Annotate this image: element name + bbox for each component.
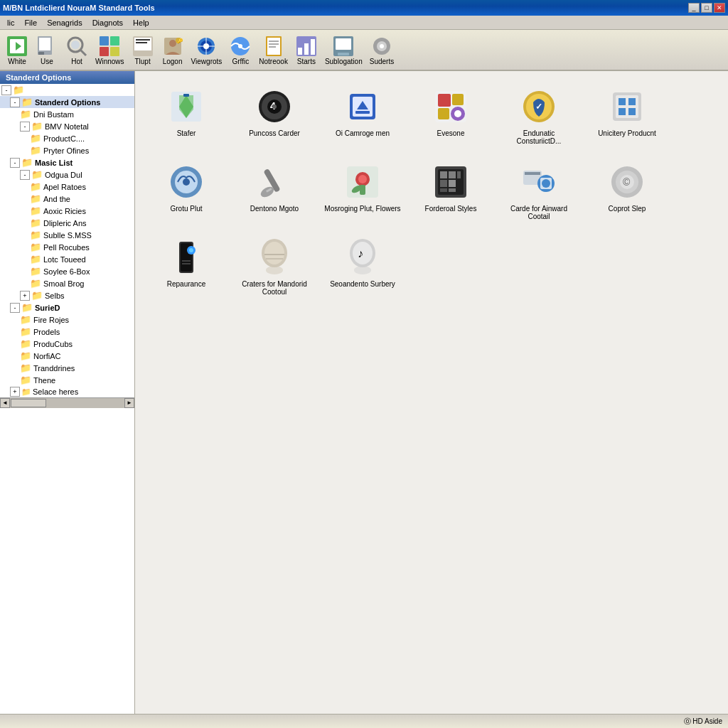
scroll-left-arrow[interactable]: ◄ <box>0 398 10 408</box>
tree-root[interactable]: - 📁 <box>0 84 134 96</box>
menu-diagnots[interactable]: Diagnots <box>88 17 127 28</box>
tree-apelratoes[interactable]: 📁 Apel Ratoes <box>0 181 134 193</box>
svg-rect-86 <box>457 171 461 178</box>
tree-tranddrines[interactable]: 📁 Tranddrines <box>0 362 134 374</box>
toolbar-grffic[interactable]: Grffic <box>226 33 255 67</box>
menu-file[interactable]: File <box>20 17 41 28</box>
tree-selbs[interactable]: + 📁 Selbs <box>0 289 134 301</box>
folder-special-icon: 📁 <box>21 387 31 397</box>
grotu-label: Grotu Plut <box>170 205 202 213</box>
icon-grotu[interactable]: Grotu Plut <box>144 155 229 228</box>
icon-stafer[interactable]: Stafer <box>144 80 229 152</box>
toolbar-input[interactable]: Tlupt <box>129 33 157 67</box>
tree-norfiac[interactable]: 📁 NorfiAC <box>0 350 134 362</box>
maximize-button[interactable]: □ <box>701 3 712 13</box>
tree-firerojes[interactable]: 📁 Fire Rojes <box>0 314 134 326</box>
folder-icon-dlipleric: 📁 <box>30 218 41 228</box>
svg-rect-67 <box>619 98 626 105</box>
toolbar-starts[interactable]: Starts <box>292 33 321 67</box>
tree-aoxic[interactable]: 📁 Aoxic Ricies <box>0 205 134 217</box>
tree-dlipleric-label: Dlipleric Ans <box>43 219 87 228</box>
tree-tranddrines-label: Tranddrines <box>33 364 75 373</box>
tree-pryter[interactable]: 📁 Pryter Ofines <box>0 144 134 156</box>
toolbar-notebook[interactable]: Notreook <box>256 33 291 67</box>
expander-masic[interactable]: - <box>10 158 20 168</box>
svg-rect-88 <box>449 180 456 187</box>
expander-odgua[interactable]: - <box>20 170 30 180</box>
expander-standerd[interactable]: - <box>10 97 20 107</box>
icon-coprot[interactable]: © Coprot Slep <box>584 155 670 228</box>
title-bar: M/BN Lntdiclierd NouraM Standard Tools _… <box>0 0 728 16</box>
toolbar-sublogation[interactable]: Sublogation <box>322 33 365 67</box>
menu-senagrids[interactable]: Senagrids <box>43 17 87 28</box>
toolbar-suderts[interactable]: Suderts <box>367 33 397 67</box>
tree-producubs-label: ProduCubs <box>33 340 73 348</box>
toolbar-viewgrots[interactable]: Viewgrots <box>188 33 225 67</box>
toolbar-logon[interactable]: 🔑 Logon <box>159 33 187 67</box>
menu-lic[interactable]: lic <box>3 17 18 28</box>
sidebar[interactable]: Standerd Options - 📁 - 📁 Standerd Option… <box>0 71 135 714</box>
icon-puncoss[interactable]: 4 Puncoss Carder <box>232 80 317 152</box>
horizontal-scrollbar[interactable]: ◄ ► <box>0 397 134 407</box>
tree-sublle[interactable]: 📁 Sublle S.MSS <box>0 229 134 241</box>
expander-suried[interactable]: - <box>10 303 20 313</box>
folder-icon-soylee: 📁 <box>30 266 41 277</box>
tree-selacehere[interactable]: + 📁 Selace heres <box>0 386 134 397</box>
tree-dnibustan[interactable]: 📁 Dni Bustam <box>0 108 134 120</box>
tree-smoal[interactable]: 📁 Smoal Brog <box>0 277 134 289</box>
toolbar-starts-label: Starts <box>297 58 316 65</box>
icon-seoandento[interactable]: ♪ Seoandento Surbery <box>320 230 405 303</box>
scroll-thumb[interactable] <box>11 399 46 407</box>
tree-dnibustan-label: Dni Bustam <box>33 110 74 119</box>
tree-prodels[interactable]: 📁 Prodels <box>0 326 134 338</box>
svg-text:♪: ♪ <box>358 247 363 259</box>
expander-bmw[interactable]: - <box>20 122 30 132</box>
unicitery-label: Unicitery Producnt <box>598 129 656 137</box>
logon-icon: 🔑 <box>161 35 184 58</box>
tree-lotc[interactable]: 📁 Lotc Toueed <box>0 253 134 265</box>
icon-carde[interactable]: Carde for Ainward Cootail <box>496 155 582 228</box>
tree-producubs[interactable]: 📁 ProduCubs <box>0 338 134 350</box>
icon-craters[interactable]: Craters for Mandorid Cootoul <box>232 230 317 303</box>
tree-soylee[interactable]: 📁 Soylee 6-Box <box>0 265 134 277</box>
icon-unicitery[interactable]: Unicitery Producnt <box>584 80 670 152</box>
expander-root[interactable]: - <box>1 85 11 95</box>
toolbar: White Use Hot <box>0 30 728 71</box>
svg-line-8 <box>80 50 86 55</box>
icon-evesone[interactable]: Evesone <box>408 80 493 152</box>
icon-mosroging[interactable]: Mosroging Plut, Flowers <box>320 155 405 228</box>
icon-oicamroge[interactable]: Oi Camroge men <box>320 80 405 152</box>
folder-icon-selbs: 📁 <box>31 290 43 301</box>
toolbar-white[interactable]: White <box>3 33 31 67</box>
toolbar-use-label: Use <box>41 58 53 65</box>
icon-repaurance[interactable]: Repaurance <box>144 230 229 303</box>
tree-dlipleric[interactable]: 📁 Dlipleric Ans <box>0 217 134 229</box>
minimize-button[interactable]: _ <box>688 3 700 13</box>
icon-endunatic[interactable]: ✓ Endunatic ConsturiictD... <box>496 80 582 152</box>
mosroging-label: Mosroging Plut, Flowers <box>324 205 400 213</box>
icon-forderoal[interactable]: Forderoal Styles <box>408 155 493 228</box>
tree-thene[interactable]: 📁 Thene <box>0 374 134 386</box>
toolbar-hot[interactable]: Hot <box>63 33 91 67</box>
tree-bmw[interactable]: - 📁 BMV Notetal <box>0 120 134 132</box>
toolbar-windows[interactable]: Winnows <box>92 33 127 67</box>
dentono-label: Dentono Mgoto <box>250 205 299 213</box>
toolbar-use[interactable]: Use <box>33 33 61 67</box>
menu-help[interactable]: Help <box>129 17 154 28</box>
tree-standerd[interactable]: - 📁 Standerd Options <box>0 96 134 108</box>
tree-andthe[interactable]: 📁 And the <box>0 193 134 205</box>
tree-productc[interactable]: 📁 ProductC.... <box>0 132 134 144</box>
tree-odgua[interactable]: - 📁 Odgua Dul <box>0 168 134 181</box>
tree-pellrocubes[interactable]: 📁 Pell Rocubes <box>0 241 134 253</box>
scroll-right-arrow[interactable]: ► <box>124 398 134 408</box>
expander-selbs[interactable]: + <box>20 291 30 301</box>
hot-icon <box>65 35 88 58</box>
svg-point-51 <box>272 105 277 109</box>
close-button[interactable]: ✕ <box>714 3 725 13</box>
expander-selacehere[interactable]: + <box>10 387 20 397</box>
icon-dentono[interactable]: Dentono Mgoto <box>232 155 317 228</box>
tree-masic[interactable]: - 📁 Masic List <box>0 156 134 168</box>
tree-suried[interactable]: - 📁 SurieD <box>0 301 134 314</box>
scroll-track[interactable] <box>10 398 124 408</box>
title-bar-text: M/BN Lntdiclierd NouraM Standard Tools <box>3 4 155 12</box>
